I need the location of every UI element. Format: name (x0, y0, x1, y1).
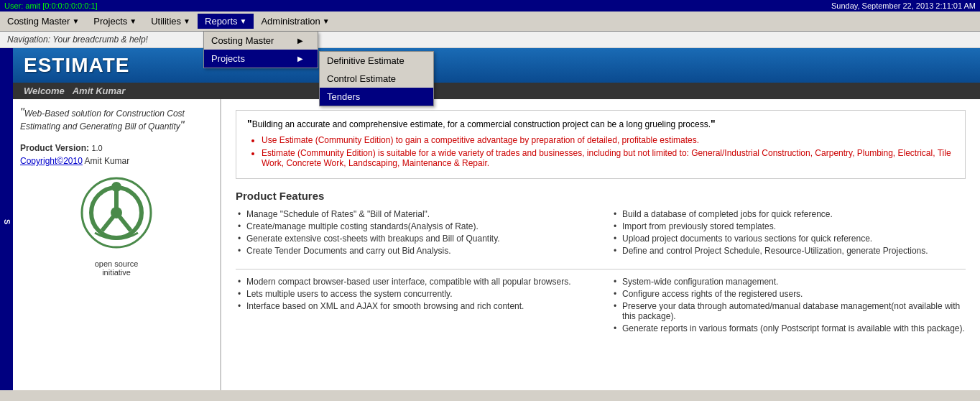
costing-master-arrow-icon: ▼ (72, 17, 79, 25)
welcome-label: Welcome (24, 86, 65, 96)
submenu-control-estimate[interactable]: Control Estimate (320, 70, 433, 88)
feature-2-1: Build a database of completed jobs for q… (611, 209, 966, 219)
reports-menu: Costing Master ▶ Projects ▶ (203, 32, 318, 68)
version-number: 1.0 (91, 144, 102, 152)
username: amit (25, 1, 40, 10)
ip-address: [0:0:0:0:0:0:0:1] (42, 1, 97, 10)
menu-bar: Costing Master ▼ Projects ▼ Utilities ▼ … (0, 11, 980, 32)
reports-dropdown: Costing Master ▶ Projects ▶ (203, 32, 318, 68)
feature-1-4: Create Tender Documents and carry out Bi… (236, 246, 590, 256)
costing-master-sub-arrow-icon: ▶ (297, 37, 303, 45)
features-grid-2: Modern compact browser-based user interf… (236, 277, 966, 336)
main-quote: Building an accurate and comprehensive e… (247, 118, 954, 129)
features-grid-1: Manage "Schedule of Rates" & "Bill of Ma… (236, 209, 966, 258)
bullet-2: Estimate (Community Edition) is suitable… (262, 148, 954, 168)
breadcrumb-text: Your breadcrumb & help! (52, 34, 148, 45)
nav-label: Navigation: (7, 34, 50, 45)
page-title: ESTIMATE (24, 54, 969, 77)
menu-utilities[interactable]: Utilities ▼ (144, 14, 198, 29)
main-quote-box: Building an accurate and comprehensive e… (236, 110, 966, 179)
features2-col1: Modern compact browser-based user interf… (236, 277, 590, 336)
top-bar: User: amit [0:0:0:0:0:0:0:1] Sunday, Sep… (0, 0, 980, 11)
page-header: ESTIMATE (13, 48, 980, 83)
feature2-2-4: Generate reports in various formats (onl… (611, 323, 966, 333)
left-quote: Web-Based solution for Construction Cost… (20, 106, 213, 132)
side-letter-i: I (0, 221, 1, 224)
content-area: Web-Based solution for Construction Cost… (13, 99, 980, 390)
projects-sub-arrow-icon: ▶ (297, 55, 303, 63)
reports-arrow-icon: ▼ (240, 17, 247, 25)
menu-projects[interactable]: Projects ▼ (86, 14, 144, 29)
copyright-line: Copyright©2010 Amit Kumar (20, 156, 213, 166)
bullet-list: Use Estimate (Community Edition) to gain… (262, 135, 954, 168)
reports-costing-master[interactable]: Costing Master ▶ (204, 32, 318, 50)
svg-point-3 (111, 182, 121, 192)
osi-label: open source initiative (20, 259, 213, 277)
projects-arrow-icon: ▼ (129, 17, 137, 25)
divider (236, 269, 966, 269)
side-tab[interactable]: S I D E M E N U (0, 48, 13, 390)
features-title: Product Features (236, 190, 966, 202)
left-panel: Web-Based solution for Construction Cost… (13, 99, 221, 390)
features-col2: Build a database of completed jobs for q… (611, 209, 966, 258)
utilities-arrow-icon: ▼ (183, 17, 190, 25)
copyright-name: Amit Kumar (85, 156, 130, 166)
feature2-2-2: Configure access rights of the registere… (611, 289, 966, 299)
feature-1-1: Manage "Schedule of Rates" & "Bill of Ma… (236, 209, 590, 219)
feature2-2-1: System-wide configuration management. (611, 277, 966, 287)
feature-1-2: Create/manage multiple costing standards… (236, 221, 590, 231)
feature2-2-3: Preserve your data through automated/man… (611, 301, 966, 321)
side-letter-s: S (1, 219, 13, 226)
nav-bar: Navigation: Your breadcrumb & help! (0, 32, 980, 48)
menu-administration[interactable]: Administration ▼ (254, 14, 336, 29)
menu-costing-master[interactable]: Costing Master ▼ (0, 14, 86, 29)
projects-submenu: Definitive Estimate Control Estimate Ten… (319, 51, 434, 106)
submenu-tenders[interactable]: Tenders (320, 88, 433, 106)
user-label: User: (4, 1, 23, 10)
datetime: Sunday, September 22, 2013 2:11:01 AM (831, 1, 976, 10)
right-content: Building an accurate and comprehensive e… (221, 99, 980, 390)
reports-projects[interactable]: Projects ▶ (204, 50, 318, 68)
osi-logo (80, 177, 152, 249)
features-col1: Manage "Schedule of Rates" & "Bill of Ma… (236, 209, 590, 258)
menu-reports[interactable]: Reports ▼ (198, 14, 254, 29)
product-version-label: Product Version: (20, 143, 89, 153)
administration-arrow-icon: ▼ (323, 17, 330, 25)
welcome-bar: Welcome Amit Kumar (13, 83, 980, 99)
copyright-link[interactable]: Copyright©2010 (20, 156, 83, 166)
product-version: Product Version: 1.0 (20, 143, 213, 153)
feature2-1-3: Interface based on XML and AJAX for smoo… (236, 301, 590, 311)
welcome-name: Amit Kumar (73, 86, 126, 96)
feature2-1-1: Modern compact browser-based user interf… (236, 277, 590, 287)
feature2-1-2: Lets multiple users to access the system… (236, 289, 590, 299)
feature-2-4: Define and control Project Schedule, Res… (611, 246, 966, 256)
submenu-definitive-estimate[interactable]: Definitive Estimate (320, 52, 433, 70)
feature-1-3: Generate extensive cost-sheets with brea… (236, 234, 590, 244)
feature-2-3: Upload project documents to various sect… (611, 234, 966, 244)
features2-col2: System-wide configuration management. Co… (611, 277, 966, 336)
feature-2-2: Import from previously stored templates. (611, 221, 966, 231)
bullet-1: Use Estimate (Community Edition) to gain… (262, 135, 954, 145)
svg-point-2 (111, 207, 122, 218)
